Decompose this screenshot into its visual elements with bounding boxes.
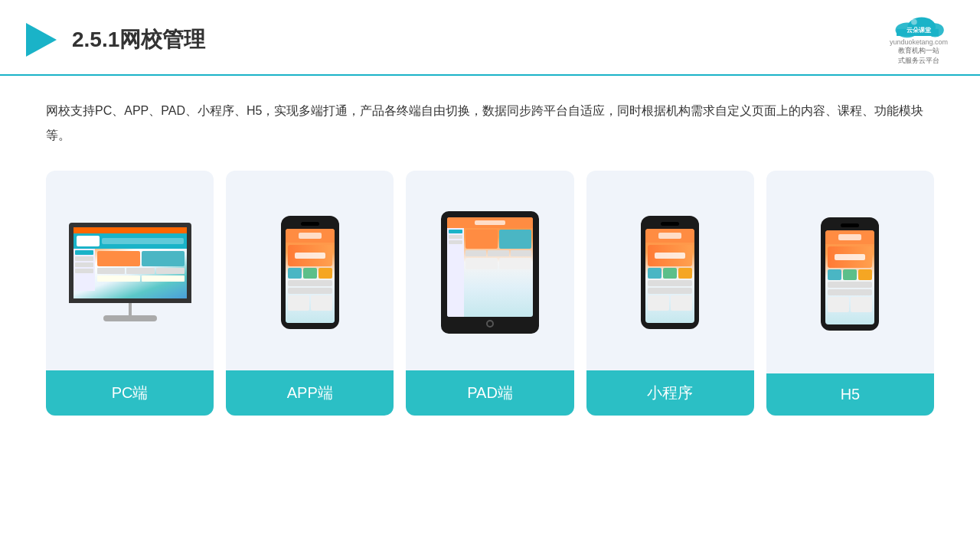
header: 2.5.1网校管理 云朵课堂 yunduoketang.com 教育机构一站 式… [0, 0, 980, 76]
phone-mockup-mini [639, 216, 701, 329]
cards-row: PC端 [46, 171, 934, 416]
monitor-screen [69, 223, 191, 303]
svg-text:云朵课堂: 云朵课堂 [906, 26, 932, 34]
main-content: 网校支持PC、APP、PAD、小程序、H5，实现多端打通，产品各终端自由切换，数… [0, 76, 980, 551]
card-mini-image [586, 171, 754, 370]
card-pad: PAD端 [406, 171, 573, 416]
card-h5-image [766, 171, 934, 373]
card-pc-label: PC端 [46, 370, 214, 416]
description-text: 网校支持PC、APP、PAD、小程序、H5，实现多端打通，产品各终端自由切换，数… [46, 99, 934, 148]
card-mini-label: 小程序 [586, 370, 754, 416]
play-icon [23, 21, 60, 58]
card-app-label: APP端 [226, 370, 394, 416]
card-pad-image [406, 171, 573, 370]
monitor-mockup [65, 223, 195, 321]
card-pad-label: PAD端 [406, 370, 573, 416]
card-h5: H5 [766, 171, 934, 416]
svg-point-5 [911, 19, 917, 25]
logo-icon: 云朵课堂 [888, 14, 949, 38]
logo-area: 云朵课堂 yunduoketang.com 教育机构一站 式服务云平台 [888, 14, 949, 65]
phone-mockup-h5 [819, 217, 880, 331]
tablet-mockup [440, 211, 540, 334]
page: 2.5.1网校管理 云朵课堂 yunduoketang.com 教育机构一站 式… [0, 0, 980, 551]
card-h5-label: H5 [766, 373, 934, 416]
logo-tagline: 教育机构一站 式服务云平台 [898, 46, 939, 65]
card-pc: PC端 [46, 171, 214, 416]
phone-mockup-app [279, 216, 341, 329]
svg-marker-0 [26, 23, 57, 57]
logo-url: yunduoketang.com [890, 38, 948, 46]
card-app: APP端 [226, 171, 394, 416]
header-left: 2.5.1网校管理 [23, 21, 205, 58]
card-app-image [226, 171, 394, 370]
card-mini: 小程序 [586, 171, 754, 416]
page-title: 2.5.1网校管理 [72, 25, 205, 54]
card-pc-image [46, 171, 214, 370]
